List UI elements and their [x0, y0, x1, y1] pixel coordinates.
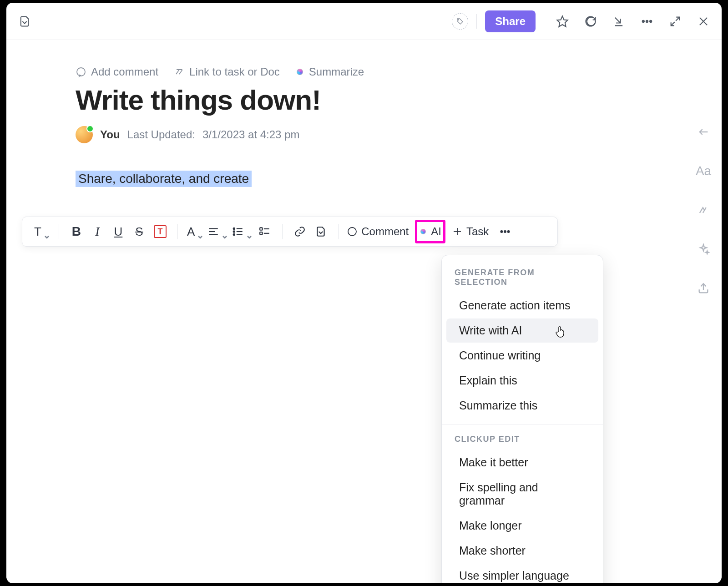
- svg-marker-1: [557, 16, 567, 26]
- star-icon[interactable]: [552, 11, 572, 31]
- svg-point-14: [233, 231, 235, 232]
- svg-point-8: [77, 68, 85, 76]
- separator: [476, 14, 477, 29]
- ai-menu-item[interactable]: Generate action items: [446, 293, 598, 318]
- strikethrough-button[interactable]: S: [129, 222, 149, 242]
- separator: [282, 224, 283, 239]
- ai-menu-item[interactable]: Make longer: [446, 514, 598, 538]
- menu-divider: [442, 424, 603, 424]
- sparkle-icon[interactable]: [694, 240, 713, 258]
- svg-point-16: [233, 234, 235, 235]
- more-toolbar-button[interactable]: [495, 222, 515, 242]
- ai-menu-item[interactable]: Use simpler language: [446, 564, 598, 583]
- side-rail: Aa: [694, 123, 713, 298]
- tag-button[interactable]: [452, 13, 468, 30]
- doc-quick-actions: Add comment Link to task or Doc Summariz…: [76, 66, 652, 78]
- svg-point-3: [642, 20, 644, 22]
- checklist-button[interactable]: [255, 222, 275, 242]
- separator: [338, 224, 339, 239]
- link-button[interactable]: [290, 222, 310, 242]
- author-avatar[interactable]: [76, 126, 93, 143]
- more-icon[interactable]: [637, 11, 657, 31]
- close-icon[interactable]: [693, 11, 713, 31]
- svg-point-4: [646, 20, 648, 22]
- ai-menu-item[interactable]: Continue writing: [446, 344, 598, 368]
- link-task-action[interactable]: Link to task or Doc: [174, 66, 280, 78]
- font-dropdown[interactable]: A: [185, 222, 205, 242]
- svg-point-22: [348, 227, 356, 236]
- cursor-pointer-icon: [555, 325, 566, 339]
- ai-menu-item[interactable]: Fix spelling and grammar: [446, 475, 598, 513]
- last-updated-label: Last Updated:: [127, 128, 195, 141]
- ai-label: AI: [431, 225, 441, 238]
- bold-button[interactable]: B: [66, 222, 86, 242]
- svg-point-0: [458, 19, 459, 20]
- svg-point-25: [501, 231, 503, 232]
- ai-button[interactable]: AI: [415, 220, 445, 243]
- separator: [177, 224, 178, 239]
- ai-menu-item[interactable]: Explain this: [446, 369, 598, 393]
- editor-toolbar: T B I U S T A: [22, 217, 558, 247]
- underline-button[interactable]: U: [108, 222, 128, 242]
- link-task-label: Link to task or Doc: [189, 66, 280, 78]
- ai-dropdown-menu: GENERATE FROM SELECTION Generate action …: [441, 255, 603, 583]
- typography-button[interactable]: Aa: [694, 162, 713, 180]
- text-style-dropdown[interactable]: T: [32, 222, 51, 242]
- ai-menu-item[interactable]: Make it better: [446, 450, 598, 475]
- selected-text[interactable]: Share, collaborate, and create: [76, 171, 252, 187]
- add-comment-label: Add comment: [91, 66, 158, 78]
- share-rail-icon[interactable]: [694, 279, 713, 298]
- doc-content: Add comment Link to task or Doc Summariz…: [6, 40, 722, 187]
- color-box-icon: T: [154, 225, 167, 238]
- separator: [59, 224, 59, 239]
- svg-rect-18: [260, 227, 262, 230]
- add-comment-action[interactable]: Add comment: [76, 66, 158, 78]
- chevron-down-icon: [222, 229, 228, 234]
- comment-bubble-icon[interactable]: [581, 11, 601, 31]
- italic-button[interactable]: I: [87, 222, 107, 242]
- embed-doc-button[interactable]: [311, 222, 331, 242]
- last-updated-value: 3/1/2023 at 4:23 pm: [202, 128, 300, 141]
- svg-point-5: [650, 20, 652, 22]
- ai-menu-section-title: GENERATE FROM SELECTION: [442, 263, 603, 293]
- svg-point-26: [504, 231, 506, 232]
- task-label: Task: [466, 225, 489, 238]
- expand-icon[interactable]: [665, 11, 685, 31]
- ai-menu-item[interactable]: Summarize this: [446, 394, 598, 418]
- separator: [544, 14, 544, 29]
- align-dropdown[interactable]: [206, 222, 229, 242]
- collapse-rail-icon[interactable]: [694, 123, 713, 141]
- doc-icon[interactable]: [15, 11, 35, 31]
- chevron-down-icon: [247, 229, 252, 234]
- chevron-down-icon: [197, 229, 203, 234]
- ai-icon: [419, 227, 427, 236]
- ai-menu-item[interactable]: Write with AI: [446, 318, 598, 343]
- svg-point-12: [233, 228, 235, 229]
- chevron-down-icon: [44, 229, 50, 234]
- ai-menu-item[interactable]: Make shorter: [446, 539, 598, 563]
- ai-icon: [295, 67, 304, 76]
- ai-menu-section-title: CLICKUP EDIT: [442, 430, 603, 450]
- topbar: Share: [6, 3, 722, 40]
- doc-meta: You Last Updated: 3/1/2023 at 4:23 pm: [76, 126, 652, 143]
- bullet-list-dropdown[interactable]: [230, 222, 254, 242]
- templates-icon[interactable]: [694, 201, 713, 219]
- author-label: You: [100, 128, 120, 141]
- download-icon[interactable]: [609, 11, 629, 31]
- summarize-action[interactable]: Summarize: [295, 66, 364, 78]
- comment-button[interactable]: Comment: [342, 222, 413, 242]
- doc-title[interactable]: Write things down!: [76, 84, 652, 116]
- comment-label: Comment: [361, 225, 409, 238]
- svg-rect-20: [260, 232, 262, 234]
- summarize-label: Summarize: [309, 66, 364, 78]
- svg-point-27: [508, 231, 510, 232]
- task-button[interactable]: Task: [447, 222, 493, 242]
- text-color-button[interactable]: T: [150, 222, 170, 242]
- share-button[interactable]: Share: [485, 10, 536, 32]
